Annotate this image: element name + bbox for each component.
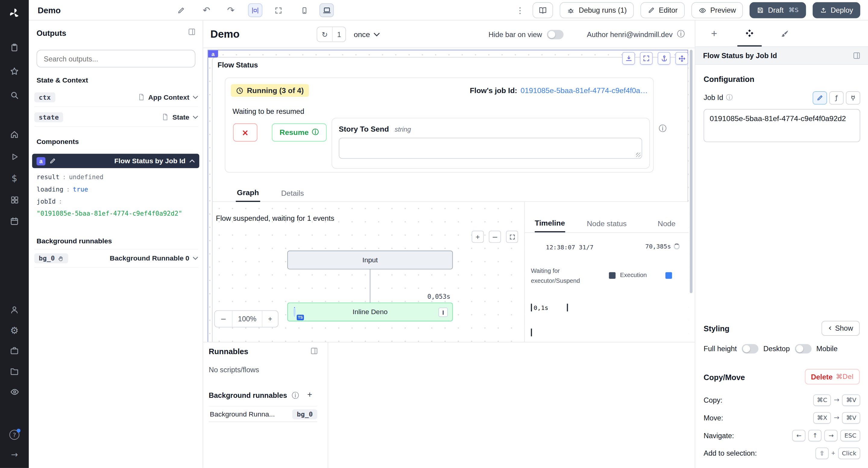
resources-grid-icon[interactable] [0,191,29,209]
undo-button[interactable]: ↶ [199,3,214,17]
graph-zoom-in-button[interactable]: + [472,231,484,243]
search-outputs-input[interactable] [36,50,195,67]
desktop-mobile-toggle[interactable] [795,344,811,353]
resume-button[interactable]: Resume ⓘ [272,124,327,142]
ctx-row[interactable]: ctx App Context [34,88,198,107]
bg-runnable-item[interactable]: Background Runna... bg_0 [209,406,317,422]
refresh-mode-select[interactable]: once [354,21,380,48]
flow-graph[interactable]: Flow suspended, waiting for 1 events + −… [213,202,524,342]
graph-fullscreen-button[interactable] [506,231,518,243]
folders-icon[interactable] [0,362,29,380]
desktop-label: Desktop [764,344,790,353]
timeline-panel: Timeline Node status Node 12:38:07 31/7 … [524,202,689,342]
variables-dollar-icon[interactable]: $ [0,169,29,187]
panel-layout-icon[interactable] [852,52,861,60]
anchor-icon[interactable] [658,52,670,65]
delete-component-button[interactable]: Delete⌘Del [805,369,860,384]
search-icon[interactable] [0,87,29,104]
story-textarea[interactable] [339,138,642,159]
audit-eye-icon[interactable] [0,383,29,401]
windmill-logo-icon[interactable] [0,4,29,22]
home-icon[interactable] [0,126,29,143]
info-icon[interactable]: ⓘ [659,124,667,134]
add-runnable-button[interactable]: + [307,390,312,399]
graph-node-inline-deno[interactable]: TS Inline Deno I [287,303,453,321]
component-row-selected[interactable]: a Flow Status by Job Id [32,154,199,168]
graph-zoom-out-button[interactable]: − [489,231,501,243]
tab-graph[interactable]: Graph [236,185,260,202]
refresh-icon[interactable]: ↻ [317,27,332,41]
job-id-link[interactable]: 0191085e-5baa-81ef-4774-c9ef4f0a… [521,87,648,95]
more-options-kebab-icon[interactable]: ⋮ [514,3,526,17]
edit-title-pencil-icon[interactable] [174,3,188,17]
redo-button[interactable]: ↷ [224,3,238,17]
settings-gear-icon[interactable]: ⚙ [0,321,29,339]
desktop-view-button[interactable] [319,3,334,17]
inspector-header: Flow Status by Job Id [695,47,868,65]
deploy-button[interactable]: Deploy [812,2,860,18]
info-icon: ⓘ [312,128,318,137]
graph-node-input[interactable]: Input [287,250,453,269]
expand-component-icon[interactable] [622,52,635,65]
kbd-cmd-v: ⌘V [842,394,861,406]
bg-runnable-row[interactable]: bg_0 Background Runnable 0 [34,249,198,268]
jobid-textarea[interactable]: 0191085e-5baa-81ef-4774-c9ef4f0a92d2 [704,109,860,142]
zoom-out-button[interactable]: − [215,311,232,327]
user-icon[interactable] [0,301,29,319]
flow-status-component[interactable]: Flow Status Running (3 of 4) Flow's job … [212,57,688,342]
fullscreen-button[interactable] [271,3,286,17]
doc-icon [162,113,169,121]
tab-timeline[interactable]: Timeline [535,215,565,232]
panel-layout-icon[interactable] [188,28,196,36]
docs-book-button[interactable] [533,2,553,18]
tab-node[interactable]: Node [658,215,675,232]
panel-layout-icon[interactable] [310,347,318,355]
fullscreen-component-icon[interactable] [640,52,652,65]
graph-edge [370,269,370,302]
component-id-badge: a [36,157,45,165]
styling-show-button[interactable]: ‹ Show [822,321,860,336]
info-icon[interactable]: ⓘ [726,93,733,102]
runs-play-icon[interactable] [0,147,29,165]
center-content-button[interactable] [248,3,262,17]
flow-tabs: Graph Details [213,185,687,202]
info-icon[interactable]: ⓘ [677,29,685,39]
canvas-scrollbar[interactable] [690,50,692,293]
kbd-arrow-up: ↑ [808,430,822,441]
static-input-pencil-button[interactable] [812,91,827,104]
timeline-duration: 70,385s [645,243,671,250]
story-label: Story To Send [339,125,389,133]
editor-button[interactable]: Editor [641,2,685,18]
hide-bar-toggle[interactable] [547,30,564,39]
tab-node-status[interactable]: Node status [587,215,627,232]
favorites-star-icon[interactable] [0,63,29,80]
theme-brush-tab[interactable] [773,21,797,46]
jobid-label-wrap: Job Id ⓘ [704,93,733,102]
debug-runs-button[interactable]: Debug runs (1) [560,2,634,18]
insert-component-tab[interactable]: + [702,21,726,46]
state-row[interactable]: state State [34,108,198,127]
collapse-arrow-icon[interactable]: → [0,446,29,464]
jobid-label: Job Id [704,93,723,102]
refresh-control[interactable]: ↻ 1 [317,27,346,42]
eval-fx-button[interactable]: ƒ [829,91,844,104]
draft-save-button[interactable]: Draft⌘S [750,2,806,18]
configuration-title: Configuration [704,75,754,83]
schedules-calendar-icon[interactable] [0,212,29,230]
workers-briefcase-icon[interactable] [0,342,29,360]
cancel-flow-button[interactable]: × [233,124,257,142]
full-height-toggle[interactable] [742,344,758,353]
info-icon[interactable]: ⓘ [292,391,299,401]
move-component-icon[interactable] [675,52,688,65]
tab-details[interactable]: Details [280,185,305,201]
help-icon[interactable]: ? [0,426,29,444]
runnables-empty: No scripts/flows [209,366,259,374]
preview-button[interactable]: Preview [691,2,743,18]
connect-plug-button[interactable] [846,91,861,104]
hand-grab-icon [58,256,64,261]
component-settings-tab[interactable] [738,21,762,46]
zoom-in-button[interactable]: + [262,311,278,327]
mobile-view-button[interactable] [297,3,312,17]
apps-clipboard-icon[interactable] [0,39,29,57]
app-canvas[interactable]: a Flow Status Running (3 of 4) [203,48,695,342]
